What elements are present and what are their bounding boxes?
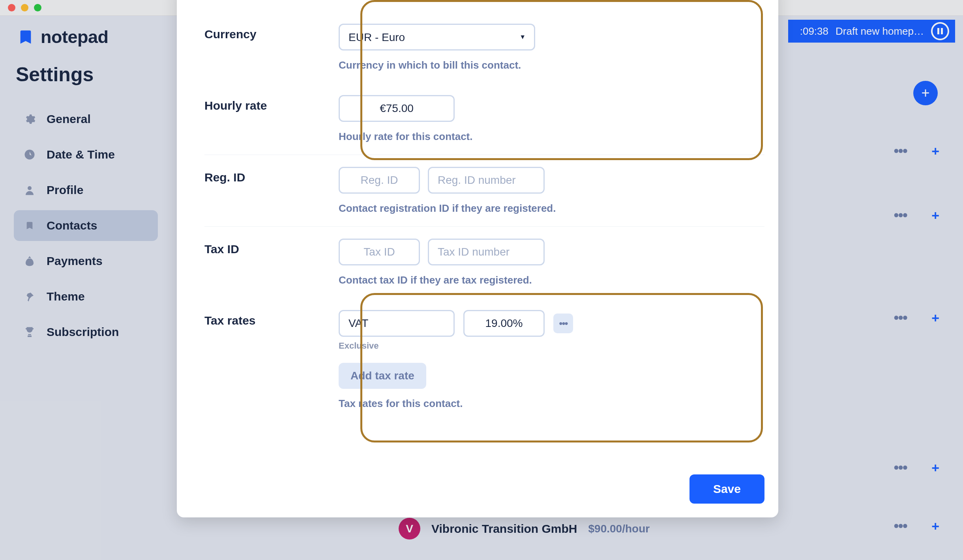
reg-id-help: Contact registration ID if they are regi… <box>339 202 764 215</box>
save-button[interactable]: Save <box>689 474 764 504</box>
tax-id-help: Contact tax ID if they are tax registere… <box>339 274 764 286</box>
contact-edit-modal: Currency EUR - Euro ▼ Currency in which … <box>177 0 778 517</box>
tax-rate-name-input[interactable] <box>339 310 455 337</box>
reg-id-row: Reg. ID Contact registration ID if they … <box>204 155 764 226</box>
tax-id-label-input[interactable] <box>339 239 420 265</box>
more-icon: ••• <box>559 317 567 330</box>
currency-help: Currency in which to bill this contact. <box>339 59 764 71</box>
hourly-rate-label: Hourly rate <box>204 95 339 143</box>
tax-id-label: Tax ID <box>204 239 339 286</box>
currency-select[interactable]: EUR - Euro <box>339 24 535 50</box>
reg-id-label: Reg. ID <box>204 167 339 215</box>
tax-id-number-input[interactable] <box>428 239 545 265</box>
reg-id-label-input[interactable] <box>339 167 420 194</box>
hourly-rate-row: Hourly rate Hourly rate for this contact… <box>204 83 764 155</box>
tax-rate-exclusive-label: Exclusive <box>339 341 764 351</box>
hourly-rate-input[interactable] <box>339 95 455 122</box>
tax-rates-label: Tax rates <box>204 310 339 410</box>
reg-id-number-input[interactable] <box>428 167 545 194</box>
tax-rate-value-input[interactable] <box>463 310 545 337</box>
tax-id-row: Tax ID Contact tax ID if they are tax re… <box>204 226 764 298</box>
hourly-rate-help: Hourly rate for this contact. <box>339 131 764 143</box>
tax-rates-help: Tax rates for this contact. <box>339 398 764 410</box>
add-tax-rate-button[interactable]: Add tax rate <box>339 363 426 389</box>
currency-label: Currency <box>204 24 339 71</box>
tax-rate-more-button[interactable]: ••• <box>553 314 573 333</box>
tax-rates-row: Tax rates ••• Exclusive Add tax rate Tax… <box>204 298 764 422</box>
currency-row: Currency EUR - Euro ▼ Currency in which … <box>204 12 764 83</box>
